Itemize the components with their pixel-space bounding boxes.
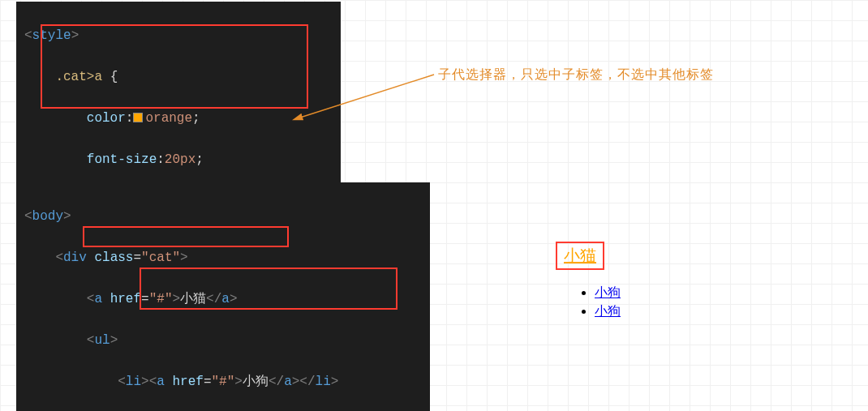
space: [87, 250, 95, 265]
quote: ": [172, 250, 180, 265]
attr-name: href: [172, 375, 203, 389]
angle-bracket: >: [230, 292, 238, 306]
list-item: 小狗: [595, 303, 621, 320]
angle-bracket: >: [234, 375, 243, 389]
css-selector: .cat>a: [55, 70, 110, 84]
angle-bracket: <: [24, 209, 32, 224]
tag-name: ul: [94, 333, 110, 348]
preview-dog-link[interactable]: 小狗: [595, 304, 621, 318]
brace: {: [110, 70, 118, 84]
css-property: color: [87, 111, 126, 126]
preview-list: 小狗 小狗: [562, 285, 621, 320]
annotation-text: 子代选择器，只选中子标签，不选中其他标签: [438, 66, 714, 83]
color-swatch-icon: [133, 113, 143, 122]
angle-bracket: <: [149, 375, 157, 389]
angle-bracket: </: [206, 292, 221, 306]
css-value: orange: [145, 111, 192, 126]
tag-name: a: [94, 292, 102, 306]
tag-name: a: [157, 375, 165, 389]
render-preview: 小猫 小狗 小狗: [556, 242, 621, 322]
punct: :: [157, 152, 165, 167]
punct: =: [133, 250, 141, 265]
attr-name: class: [94, 250, 133, 265]
angle-bracket: <: [24, 28, 32, 43]
angle-bracket: >: [71, 28, 79, 43]
quote: ": [227, 375, 235, 389]
angle-bracket: >: [63, 209, 71, 224]
punct: =: [141, 292, 149, 306]
attr-value: #: [157, 292, 165, 306]
attr-value: cat: [149, 250, 173, 265]
quote: ": [141, 250, 149, 265]
list-item: 小狗: [595, 285, 621, 302]
attr-name: href: [110, 292, 141, 306]
attr-value: #: [219, 375, 227, 389]
text-content: 小狗: [243, 375, 269, 389]
tag-name: style: [32, 28, 71, 43]
angle-bracket: >: [180, 250, 188, 265]
tag-name: body: [32, 209, 63, 224]
body-code-block: <body> <div class="cat"> <a href="#">小猫<…: [16, 182, 430, 411]
angle-bracket: >: [172, 292, 180, 306]
punct: ;: [196, 152, 204, 167]
preview-dog-link[interactable]: 小狗: [595, 285, 621, 299]
tag-name: a: [221, 292, 230, 306]
punct: :: [126, 111, 134, 126]
highlight-box: [83, 226, 289, 247]
tag-name: a: [284, 375, 292, 389]
quote: ": [149, 292, 157, 306]
css-value: 20px: [165, 152, 196, 167]
punct: ;: [192, 111, 200, 126]
angle-bracket: <: [87, 292, 95, 306]
angle-bracket: <: [55, 250, 63, 265]
angle-bracket: >: [292, 375, 300, 389]
text-content: 小猫: [180, 292, 206, 306]
angle-bracket: <: [87, 333, 95, 348]
angle-bracket: >: [110, 333, 118, 348]
quote: ": [211, 375, 219, 389]
preview-cat-link[interactable]: 小猫: [556, 242, 604, 270]
tag-name: div: [63, 250, 87, 265]
css-property: font-size: [87, 152, 157, 167]
space: [102, 292, 110, 306]
angle-bracket: </: [269, 375, 284, 389]
